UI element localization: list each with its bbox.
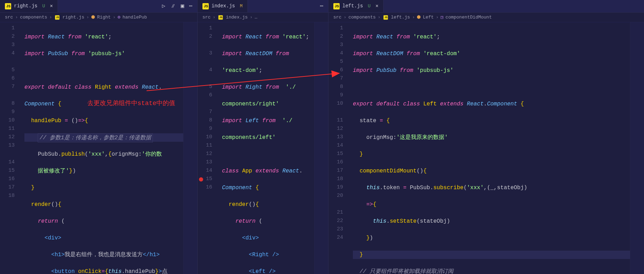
bc-item[interactable]: left.js bbox=[391, 14, 410, 21]
line-number: 9 bbox=[328, 91, 349, 100]
code-editor[interactable]: 1 2 3 4 5 6 7 8 9 10 11 12 13 14 15 16 1… bbox=[0, 22, 197, 274]
tab-label: index.js bbox=[212, 2, 235, 10]
line-number: 7 bbox=[328, 75, 349, 83]
bc-item[interactable]: Right bbox=[97, 14, 111, 21]
line-number: 15 bbox=[198, 175, 219, 184]
bc-item[interactable]: src bbox=[202, 14, 210, 21]
method-icon: ⚙ bbox=[118, 14, 120, 21]
chevron-icon: › bbox=[15, 14, 18, 21]
bc-item[interactable]: components bbox=[20, 14, 47, 21]
chevron-icon: › bbox=[113, 14, 116, 21]
more-icon[interactable]: ⋯ bbox=[320, 2, 323, 10]
line-number: 3 bbox=[198, 50, 219, 58]
line-number: 16 bbox=[198, 184, 219, 192]
line-number: 11 bbox=[328, 117, 349, 125]
line-number: 18 bbox=[0, 192, 21, 200]
chevron-icon: › bbox=[250, 14, 253, 21]
code-area[interactable]: import React from 'react'; import ReactD… bbox=[349, 22, 630, 274]
tab-label: right.js bbox=[14, 2, 37, 10]
breadcrumb[interactable]: src › JS index.js › … bbox=[198, 13, 328, 22]
bc-item[interactable]: right.js bbox=[62, 14, 84, 21]
layout-icon[interactable]: ▣ bbox=[181, 2, 184, 10]
line-number: 3 bbox=[0, 41, 21, 50]
close-icon[interactable]: ✕ bbox=[376, 2, 378, 10]
class-icon: ⬢ bbox=[417, 14, 421, 21]
close-icon[interactable]: ✕ bbox=[50, 2, 53, 10]
line-number: 17 bbox=[0, 184, 21, 192]
line-number: 20 bbox=[328, 192, 349, 200]
tabs-bar: JS index.js M ⋯ bbox=[198, 0, 328, 13]
minimap[interactable] bbox=[630, 22, 644, 274]
breakpoint-icon[interactable] bbox=[199, 177, 203, 182]
line-number: 10 bbox=[198, 133, 219, 142]
chevron-icon: › bbox=[86, 14, 89, 21]
line-number: 1 bbox=[328, 24, 349, 33]
line-number: 2 bbox=[198, 33, 219, 41]
line-number: 11 bbox=[0, 125, 21, 133]
bc-item[interactable]: src bbox=[333, 14, 341, 21]
chevron-icon: › bbox=[436, 14, 439, 21]
line-number: 17 bbox=[328, 167, 349, 175]
class-icon: ⬢ bbox=[91, 14, 95, 21]
line-number: 12 bbox=[0, 133, 21, 142]
js-icon: JS bbox=[5, 3, 11, 9]
tab-index-js[interactable]: JS index.js M bbox=[198, 0, 248, 12]
bc-item[interactable]: components bbox=[348, 14, 376, 21]
code-editor[interactable]: 1 2 3 4 5 6 7 8 9 10 11 12 13 14 15 16 1… bbox=[328, 22, 644, 274]
line-number: 10 bbox=[328, 100, 349, 108]
line-number: 4 bbox=[328, 50, 349, 58]
code-area[interactable]: import React from 'react'; import ReactD… bbox=[219, 22, 314, 274]
bc-item[interactable]: index.js bbox=[226, 14, 247, 21]
bc-item[interactable]: … bbox=[254, 14, 257, 21]
line-number: 22 bbox=[328, 217, 349, 225]
breadcrumb[interactable]: src › components › JS left.js › ⬢ Left ›… bbox=[328, 13, 644, 22]
line-number: 14 bbox=[328, 142, 349, 150]
tab-left-js[interactable]: JS left.js U ✕ bbox=[328, 0, 384, 12]
bc-item[interactable]: handlePub bbox=[123, 14, 147, 21]
line-number: 16 bbox=[0, 175, 21, 184]
chevron-icon: › bbox=[49, 14, 52, 21]
compare-icon[interactable]: ⫽ bbox=[170, 2, 176, 10]
tab-label: left.js bbox=[342, 2, 363, 10]
chevron-icon: › bbox=[213, 14, 215, 21]
line-number: 1 bbox=[0, 24, 21, 33]
js-icon: JS bbox=[333, 3, 340, 9]
line-number: 8 bbox=[0, 100, 21, 108]
line-number: 15 bbox=[0, 167, 21, 175]
run-icon[interactable]: ▷ bbox=[162, 2, 165, 10]
method-icon: ◳ bbox=[441, 14, 444, 21]
more-icon[interactable]: ⋯ bbox=[189, 2, 192, 10]
workspace: 去更改兄弟组件中state中的值 JS right.js U ✕ ▷ ⫽ ▣ ⋯… bbox=[0, 0, 644, 274]
editor-panel-left: JS left.js U ✕ src › components › JS lef… bbox=[328, 0, 644, 274]
line-number: 16 bbox=[328, 158, 349, 167]
line-number: 13 bbox=[328, 133, 349, 142]
breadcrumb[interactable]: src › components › JS right.js › ⬢ Right… bbox=[0, 13, 197, 22]
gutter: 1 2 3 4 5 6 7 8 9 10 11 12 13 14 15 16 1… bbox=[0, 22, 21, 274]
js-icon: JS bbox=[384, 15, 388, 20]
tab-status: M bbox=[240, 3, 243, 10]
line-number: 18 bbox=[328, 175, 349, 184]
line-number: 19 bbox=[328, 184, 349, 192]
line-number: 6 bbox=[328, 66, 349, 75]
tab-actions: ▷ ⫽ ▣ ⋯ bbox=[162, 2, 197, 10]
line-number: 8 bbox=[198, 117, 219, 125]
code-editor[interactable]: 1 2 3 4 5 6 7 8 9 10 11 12 13 14 15 16 bbox=[198, 22, 328, 274]
code-area[interactable]: import React from 'react'; import PubSub… bbox=[21, 22, 183, 274]
line-number: 5 bbox=[328, 58, 349, 66]
bc-item[interactable]: Left bbox=[423, 14, 434, 21]
bc-item[interactable]: componentDidMount bbox=[445, 14, 492, 21]
line-number: 8 bbox=[328, 83, 349, 91]
js-icon: JS bbox=[55, 15, 60, 20]
editor-panel-index: JS index.js M ⋯ src › JS index.js › … 1 … bbox=[198, 0, 328, 274]
line-number: 10 bbox=[0, 117, 21, 125]
line-number: 14 bbox=[198, 167, 219, 175]
line-number: 2 bbox=[0, 33, 21, 41]
line-number: 6 bbox=[198, 91, 219, 100]
minimap[interactable] bbox=[314, 22, 328, 274]
tab-right-js[interactable]: JS right.js U ✕ bbox=[0, 0, 58, 12]
tab-status: U bbox=[368, 3, 371, 10]
tabs-bar: JS left.js U ✕ bbox=[328, 0, 644, 13]
line-number: 9 bbox=[198, 125, 219, 133]
minimap[interactable] bbox=[183, 22, 197, 274]
bc-item[interactable]: src bbox=[5, 14, 13, 21]
